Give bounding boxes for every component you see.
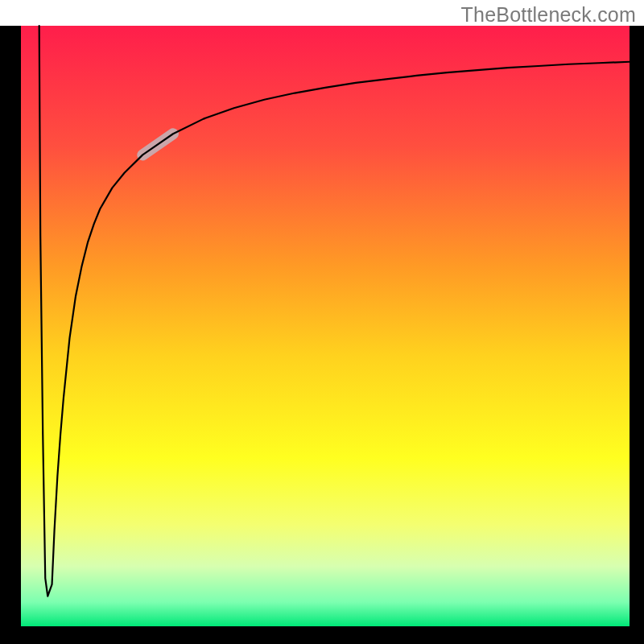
- bottleneck-chart: [0, 0, 644, 644]
- watermark-text: TheBottleneck.com: [461, 3, 636, 27]
- chart-frame: TheBottleneck.com: [0, 0, 644, 644]
- svg-rect-1: [21, 26, 630, 626]
